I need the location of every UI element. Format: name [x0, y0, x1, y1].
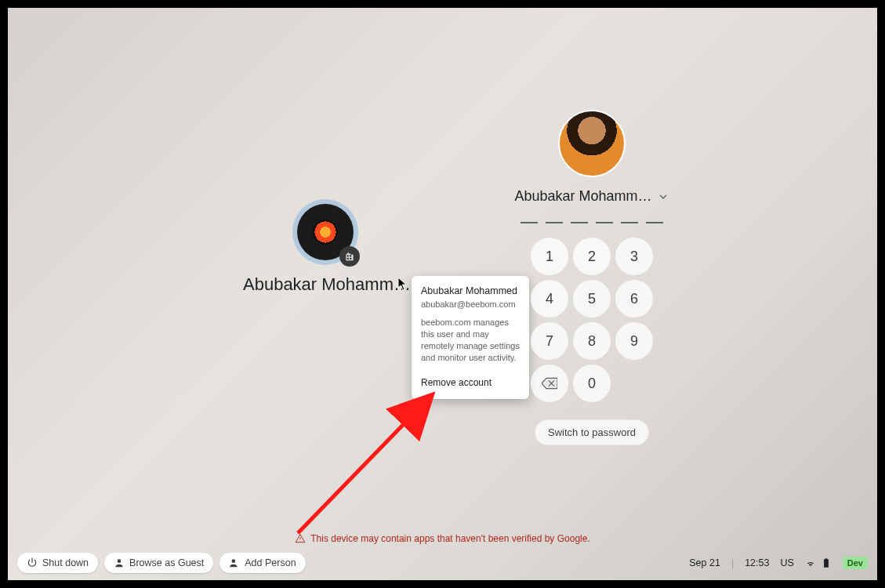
keypad-3[interactable]: 3: [615, 238, 653, 275]
svg-point-1: [118, 559, 122, 563]
separator: |: [731, 557, 734, 568]
annotation-arrow: [290, 384, 447, 541]
svg-point-2: [232, 559, 236, 563]
keypad-6[interactable]: 6: [615, 280, 653, 318]
user-name-secondary: Abubakar Mohamm…: [243, 274, 408, 295]
pin-dash: [646, 222, 663, 223]
browse-as-guest-button[interactable]: Browse as Guest: [104, 553, 213, 573]
add-person-label: Add Person: [245, 557, 296, 568]
power-icon: [27, 557, 38, 568]
pin-dash: [596, 222, 613, 223]
avatar-secondary: [297, 204, 354, 260]
enterprise-badge: [339, 246, 360, 267]
status-icons: [805, 557, 832, 568]
add-person-button[interactable]: Add Person: [219, 553, 305, 573]
mouse-cursor: [397, 277, 408, 294]
warning-icon: [295, 533, 306, 544]
user-pod-primary: Abubakar Mohamm… 1 2 3 4 5 6 7 8 9 0: [502, 110, 682, 445]
keypad-empty: [615, 365, 653, 402]
shelf-date: Sep 21: [689, 557, 720, 568]
lock-screen: Abubakar Mohamm… Abubakar Mohammed abuba…: [0, 0, 885, 588]
svg-line-0: [298, 400, 427, 533]
shelf-right[interactable]: Sep 21 | 12:53 US Dev: [689, 557, 868, 569]
chevron-down-icon: [657, 191, 669, 203]
pin-input[interactable]: [502, 222, 682, 223]
keypad-2[interactable]: 2: [573, 238, 611, 275]
dev-badge: Dev: [843, 557, 868, 569]
guest-icon: [114, 557, 125, 568]
user-pod-secondary[interactable]: Abubakar Mohamm…: [243, 204, 408, 295]
user-name-primary: Abubakar Mohamm…: [514, 188, 651, 205]
warning-text: This device may contain apps that haven'…: [310, 533, 590, 544]
wifi-icon: [805, 557, 816, 568]
guest-label: Browse as Guest: [129, 557, 204, 568]
pin-dash: [520, 222, 538, 223]
user-name-dropdown[interactable]: Abubakar Mohamm…: [502, 188, 682, 205]
shelf-time: 12:53: [745, 557, 769, 568]
keypad-0[interactable]: 0: [573, 365, 611, 402]
keypad-5[interactable]: 5: [573, 280, 611, 318]
keypad-backspace[interactable]: [531, 365, 568, 402]
backspace-icon: [542, 377, 557, 390]
battery-icon: [821, 557, 832, 568]
keypad-9[interactable]: 9: [615, 322, 653, 360]
pin-dash: [621, 222, 638, 223]
pin-dash: [571, 222, 588, 223]
shelf-left: Shut down Browse as Guest Add Person: [17, 553, 306, 573]
keypad-1[interactable]: 1: [531, 238, 568, 275]
login-shelf: Shut down Browse as Guest Add Person Sep…: [8, 546, 877, 580]
keypad-8[interactable]: 8: [573, 322, 611, 360]
keypad-7[interactable]: 7: [531, 322, 568, 360]
pin-dash: [546, 222, 563, 223]
add-person-icon: [229, 557, 240, 568]
shutdown-label: Shut down: [42, 557, 89, 568]
avatar-primary: [558, 110, 626, 177]
shelf-locale: US: [780, 557, 793, 568]
verification-warning: This device may contain apps that haven'…: [8, 533, 877, 544]
enterprise-icon: [344, 251, 355, 262]
switch-to-password-button[interactable]: Switch to password: [535, 419, 649, 445]
keypad-4[interactable]: 4: [531, 280, 568, 318]
shutdown-button[interactable]: Shut down: [17, 553, 98, 573]
pin-keypad: 1 2 3 4 5 6 7 8 9 0: [502, 238, 682, 402]
